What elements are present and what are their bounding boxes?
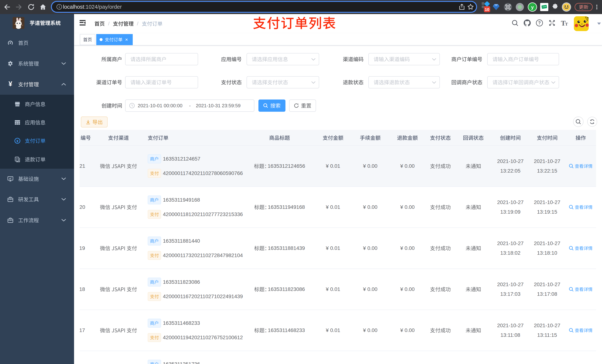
svg-text:10: 10 (485, 7, 489, 12)
svg-text:T: T (565, 22, 568, 26)
svg-text:?: ? (538, 21, 541, 25)
svg-text:¥: ¥ (16, 139, 19, 143)
svg-text:y: y (531, 4, 534, 10)
